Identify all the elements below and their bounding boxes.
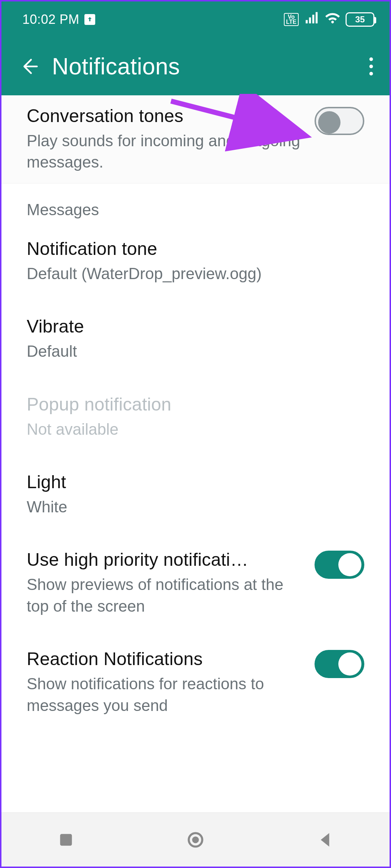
upload-icon (84, 14, 95, 25)
status-time: 10:02 PM (22, 12, 79, 27)
vibrate-title: Vibrate (27, 316, 364, 337)
popup-notification-subtitle: Not available (27, 418, 364, 440)
nav-home-button[interactable] (183, 827, 208, 852)
high-priority-toggle[interactable] (315, 551, 364, 579)
svg-point-3 (192, 836, 199, 843)
volte-icon: VoLTE (284, 13, 299, 26)
popup-notification-title: Popup notification (27, 394, 364, 415)
overflow-menu-button[interactable] (369, 57, 377, 75)
light-subtitle: White (27, 496, 364, 517)
conversation-tones-subtitle: Play sounds for incoming and outgoing me… (27, 130, 306, 173)
app-bar: Notifications (1, 38, 390, 95)
system-navigation-bar (1, 812, 390, 867)
high-priority-setting[interactable]: Use high priority notificati… Show previ… (1, 533, 390, 633)
reaction-notifications-subtitle: Show notifications for reactions to mess… (27, 673, 306, 716)
wifi-icon (325, 10, 341, 29)
settings-content: Conversation tones Play sounds for incom… (1, 95, 390, 812)
nav-recents-button[interactable] (53, 827, 79, 852)
high-priority-title: Use high priority notificati… (27, 549, 265, 570)
battery-icon: 35 (346, 12, 374, 27)
conversation-tones-toggle[interactable] (315, 107, 364, 135)
notification-tone-title: Notification tone (27, 238, 364, 259)
notification-tone-subtitle: Default (WaterDrop_preview.ogg) (27, 263, 364, 284)
high-priority-subtitle: Show previews of notifications at the to… (27, 574, 306, 617)
back-button[interactable] (16, 56, 41, 77)
conversation-tones-setting[interactable]: Conversation tones Play sounds for incom… (1, 95, 390, 183)
vibrate-setting[interactable]: Vibrate Default (1, 300, 390, 378)
signal-icon (304, 10, 320, 29)
battery-level: 35 (355, 14, 365, 25)
page-title: Notifications (52, 53, 180, 80)
vibrate-subtitle: Default (27, 340, 364, 362)
svg-rect-1 (60, 834, 72, 846)
nav-back-button[interactable] (312, 827, 338, 852)
conversation-tones-title: Conversation tones (27, 105, 306, 126)
reaction-notifications-title: Reaction Notifications (27, 648, 306, 669)
light-setting[interactable]: Light White (1, 456, 390, 533)
notification-tone-setting[interactable]: Notification tone Default (WaterDrop_pre… (1, 222, 390, 300)
reaction-notifications-toggle[interactable] (315, 650, 364, 678)
popup-notification-setting: Popup notification Not available (1, 378, 390, 456)
status-bar: 10:02 PM VoLTE 35 (1, 1, 390, 38)
light-title: Light (27, 472, 364, 492)
reaction-notifications-setting[interactable]: Reaction Notifications Show notification… (1, 633, 390, 732)
messages-section-header: Messages (1, 183, 390, 222)
